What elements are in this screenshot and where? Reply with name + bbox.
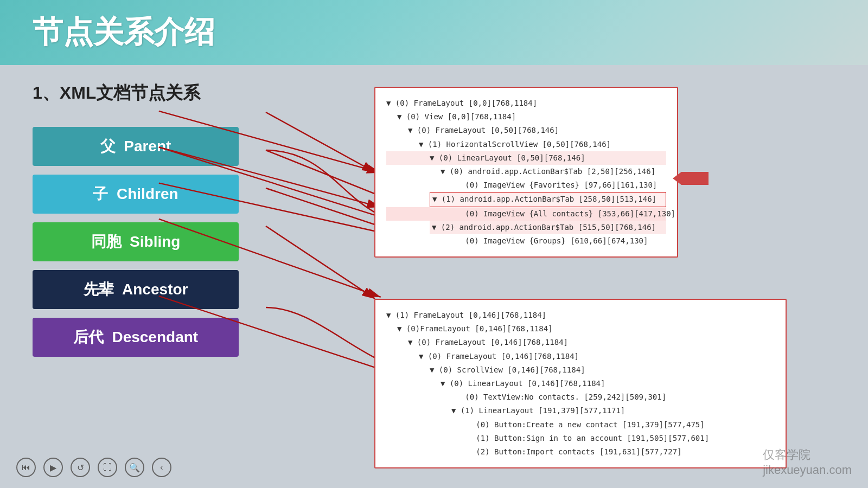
- tree-line: ▼ (0) LinearLayout [0,146][768,1184]: [386, 377, 775, 390]
- watermark-line1: 仅客学院: [763, 447, 852, 463]
- watermark-line2: jikexueyuan.com: [763, 463, 852, 477]
- tree-line: ▼ (0)FrameLayout [0,146][768,1184]: [386, 322, 775, 336]
- bottom-controls: ⏮ ▶ ↺ ⛶ 🔍 ‹: [16, 458, 171, 477]
- zoom-button[interactable]: 🔍: [125, 458, 144, 477]
- node-descendant-label: 后代 Descendant: [73, 327, 198, 348]
- node-list: 父 Parent 子 Children 同胞 Sibling 先辈 Ancest…: [33, 127, 315, 357]
- tree-line: ▼ (1) FrameLayout [0,146][768,1184]: [386, 309, 775, 322]
- watermark: 仅客学院 jikexueyuan.com: [763, 447, 852, 477]
- left-panel: 1、XML文档节点关系 父 Parent 子 Children 同胞 Sibli…: [33, 81, 315, 472]
- play-button[interactable]: ▶: [43, 458, 63, 477]
- tree-line: (0) TextView:No contacts. [259,242][509,…: [386, 390, 775, 404]
- node-ancestor-label: 先辈 Ancestor: [84, 279, 188, 300]
- node-children: 子 Children: [33, 175, 239, 214]
- tree-line: ▼ (0) android.app.ActionBar$Tab [2,50][2…: [386, 165, 666, 178]
- expand-button[interactable]: ⛶: [98, 458, 117, 477]
- node-descendant: 后代 Descendant: [33, 318, 239, 357]
- tree-line: ▼ (0) LinearLayout [0,50][768,146]: [386, 151, 666, 165]
- node-children-label: 子 Children: [93, 184, 178, 204]
- tree-line: ▼ (0) FrameLayout [0,146][768,1184]: [386, 336, 775, 349]
- back-button[interactable]: ‹: [152, 458, 171, 477]
- main-content: 1、XML文档节点关系 父 Parent 子 Children 同胞 Sibli…: [0, 65, 868, 488]
- tree-line: (1) Button:Sign in to an account [191,50…: [386, 432, 775, 445]
- node-sibling: 同胞 Sibling: [33, 222, 239, 261]
- tree-line: ▼ (0) FrameLayout [0,0][768,1184]: [386, 97, 666, 110]
- arrow-head-left: [673, 172, 681, 185]
- big-arrow-indicator: [681, 172, 709, 185]
- tree-line: (0) ImageView {Groups} [610,66][674,130]: [386, 234, 666, 248]
- node-ancestor: 先辈 Ancestor: [33, 270, 239, 309]
- node-sibling-label: 同胞 Sibling: [91, 232, 181, 252]
- tree-line: (2) Button:Import contacts [191,631][577…: [386, 445, 775, 459]
- tree-box-bottom: ▼ (1) FrameLayout [0,146][768,1184] ▼ (0…: [374, 299, 787, 468]
- tree-line: (0) Button:Create a new contact [191,379…: [386, 418, 775, 432]
- tree-line: ▼ (1) android.app.ActionBar$Tab [258,50]…: [430, 192, 666, 207]
- node-parent: 父 Parent: [33, 127, 239, 166]
- tree-line: ▼ (0) FrameLayout [0,50][768,146]: [386, 124, 666, 137]
- tree-line: (0) ImageView {Favorites} [97,66][161,13…: [386, 178, 666, 192]
- section-title: 1、XML文档节点关系: [33, 81, 315, 105]
- tree-line: ▼ (0) ScrollView [0,146][768,1184]: [386, 363, 775, 377]
- prev-prev-button[interactable]: ⏮: [16, 458, 36, 477]
- page-title: 节点关系介绍: [33, 12, 215, 53]
- tree-box-top: ▼ (0) FrameLayout [0,0][768,1184] ▼ (0) …: [374, 87, 678, 258]
- tree-line: ▼ (2) android.app.ActionBar$Tab [515,50]…: [430, 221, 666, 234]
- node-parent-label: 父 Parent: [100, 136, 171, 157]
- tree-line: ▼ (0) FrameLayout [0,146][768,1184]: [386, 350, 775, 363]
- tree-line: (0) ImageView {All contacts} [353,66][41…: [386, 207, 666, 221]
- tree-line: ▼ (0) View [0,0][768,1184]: [386, 110, 666, 124]
- refresh-button[interactable]: ↺: [71, 458, 90, 477]
- tree-line: ▼ (1) LinearLayout [191,379][577,1171]: [386, 404, 775, 418]
- right-panel: ▼ (0) FrameLayout [0,0][768,1184] ▼ (0) …: [336, 81, 835, 472]
- tree-line: ▼ (1) HorizontalScrollView [0,50][768,14…: [386, 138, 666, 151]
- header: 节点关系介绍: [0, 0, 868, 65]
